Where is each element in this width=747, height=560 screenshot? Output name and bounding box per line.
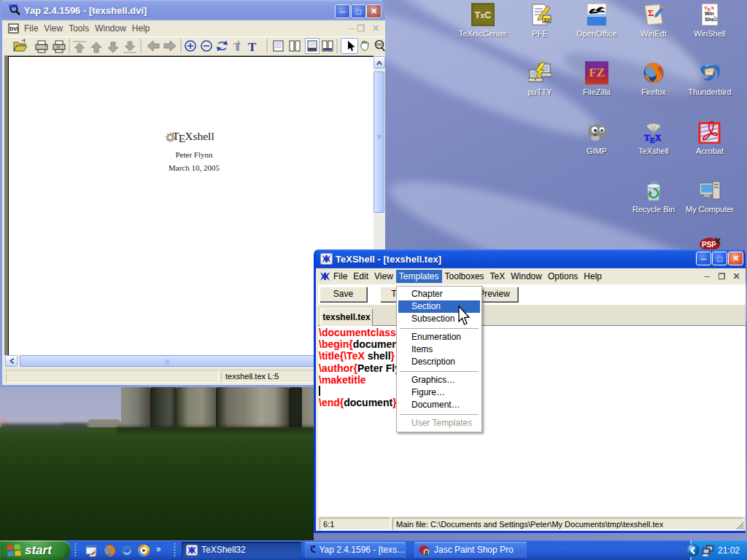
svg-text:TEX: TEX [644, 133, 662, 144]
svg-text:T: T [248, 40, 257, 54]
svg-text:32: 32 [543, 17, 550, 23]
svg-text:Win: Win [705, 11, 714, 16]
svg-text:DVI: DVI [9, 26, 18, 31]
svg-text:DVI: DVI [9, 4, 18, 9]
svg-text:DVI: DVI [310, 545, 315, 549]
svg-text:☰: ☰ [56, 44, 60, 49]
svg-text:T: T [233, 42, 241, 52]
svg-text:PSP: PSP [702, 241, 716, 249]
svg-text:Σ: Σ [648, 7, 654, 18]
svg-text:8: 8 [425, 548, 428, 556]
